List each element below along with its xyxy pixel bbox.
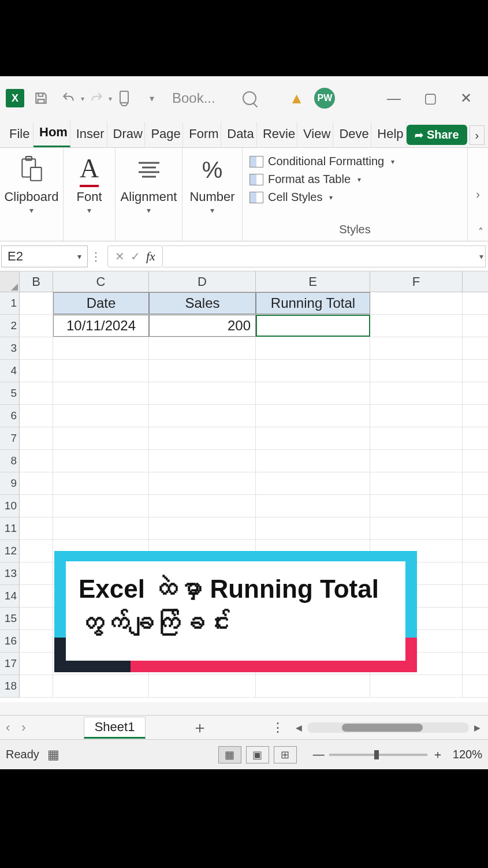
warning-icon[interactable]: ▲: [289, 90, 304, 107]
cell[interactable]: [20, 495, 53, 517]
row-header[interactable]: 4: [0, 360, 20, 382]
cell[interactable]: [53, 472, 149, 494]
enter-formula-icon[interactable]: ✓: [131, 249, 140, 263]
cell[interactable]: [149, 427, 256, 449]
cell-styles-button[interactable]: Cell Styles ▾: [249, 188, 460, 206]
row-header[interactable]: 13: [0, 562, 20, 585]
cell[interactable]: [53, 517, 149, 539]
tab-home[interactable]: Hom: [33, 120, 70, 147]
cell[interactable]: [256, 427, 370, 449]
cell[interactable]: [20, 315, 53, 337]
formula-input[interactable]: [163, 245, 486, 267]
cell[interactable]: [53, 337, 149, 359]
horizontal-scrollbar[interactable]: ◀ ▶: [307, 722, 469, 733]
row-header[interactable]: 16: [0, 630, 20, 653]
cell[interactable]: [370, 315, 463, 337]
tab-formulas[interactable]: Form: [183, 122, 221, 147]
cell[interactable]: [370, 427, 463, 449]
cell[interactable]: [256, 337, 370, 359]
cell[interactable]: [256, 675, 370, 697]
cell[interactable]: [256, 472, 370, 494]
table-header-running-total[interactable]: Running Total: [256, 292, 370, 314]
cell[interactable]: [149, 382, 256, 404]
cell[interactable]: [20, 382, 53, 404]
cell[interactable]: [20, 405, 53, 427]
view-normal-icon[interactable]: ▦: [218, 746, 241, 763]
cell[interactable]: [20, 608, 53, 629]
cell[interactable]: [256, 405, 370, 427]
collapse-ribbon-icon[interactable]: ˄: [478, 226, 483, 239]
zoom-percent[interactable]: 120%: [453, 748, 482, 761]
column-header-e[interactable]: E: [256, 271, 370, 292]
format-as-table-button[interactable]: Format as Table ▾: [249, 170, 460, 188]
row-header[interactable]: 17: [0, 653, 20, 675]
ribbon-overflow-icon[interactable]: ›: [467, 148, 488, 241]
select-all-button[interactable]: [0, 271, 20, 292]
tab-developer[interactable]: Deve: [333, 122, 371, 147]
zoom-out-icon[interactable]: —: [313, 748, 325, 761]
name-box-chevron-icon[interactable]: ▾: [77, 252, 81, 261]
cell[interactable]: [256, 517, 370, 539]
cell[interactable]: [370, 292, 463, 314]
cell[interactable]: [256, 382, 370, 404]
cell[interactable]: [370, 405, 463, 427]
group-clipboard[interactable]: Clipboard ▾: [0, 148, 64, 241]
user-avatar[interactable]: PW: [314, 88, 335, 109]
cell[interactable]: [256, 450, 370, 472]
cell[interactable]: [20, 360, 53, 382]
tab-help[interactable]: Help: [371, 122, 407, 147]
cell[interactable]: [53, 382, 149, 404]
tabs-overflow-icon[interactable]: ›: [470, 125, 485, 145]
undo-icon[interactable]: [58, 87, 80, 109]
row-header[interactable]: 12: [0, 540, 20, 562]
spreadsheet-grid[interactable]: 1 2 3 4 5 6 7 8 9 10 11 12 13 14 15 16 1…: [0, 292, 488, 702]
cell[interactable]: [20, 630, 53, 652]
cell[interactable]: [53, 450, 149, 472]
cell[interactable]: [149, 337, 256, 359]
tab-data[interactable]: Data: [221, 122, 257, 147]
maximize-icon[interactable]: ▢: [424, 90, 437, 106]
cell[interactable]: [20, 517, 53, 539]
table-header-date[interactable]: Date: [53, 292, 149, 314]
column-header-d[interactable]: D: [149, 271, 256, 292]
scrollbar-thumb[interactable]: [342, 724, 423, 732]
cell[interactable]: [370, 675, 463, 697]
cell[interactable]: [256, 360, 370, 382]
row-header[interactable]: 15: [0, 608, 20, 630]
table-header-sales[interactable]: Sales: [149, 292, 256, 314]
group-font[interactable]: A Font ▾: [64, 148, 116, 241]
cell[interactable]: [149, 405, 256, 427]
cell[interactable]: [53, 495, 149, 517]
cell[interactable]: [53, 427, 149, 449]
macro-record-icon[interactable]: ▦: [47, 747, 59, 762]
cell[interactable]: [149, 517, 256, 539]
group-alignment[interactable]: Alignment ▾: [116, 148, 182, 241]
cell[interactable]: [149, 360, 256, 382]
tab-draw[interactable]: Draw: [107, 122, 146, 147]
tab-page-layout[interactable]: Page: [145, 122, 183, 147]
cell[interactable]: [149, 472, 256, 494]
cell[interactable]: [20, 337, 53, 359]
search-icon[interactable]: [239, 87, 260, 109]
sheet-tab-sheet1[interactable]: Sheet1: [84, 717, 146, 739]
tab-insert[interactable]: Inser: [70, 122, 107, 147]
cell[interactable]: [20, 292, 53, 314]
cell[interactable]: [149, 675, 256, 697]
column-header-b[interactable]: B: [20, 271, 53, 292]
cell-sales[interactable]: 200: [149, 315, 256, 337]
tab-view[interactable]: View: [297, 122, 333, 147]
cell[interactable]: [20, 562, 53, 584]
name-box-options-icon[interactable]: ⋮: [90, 249, 102, 263]
cell[interactable]: [20, 653, 53, 675]
view-page-layout-icon[interactable]: ▣: [246, 746, 269, 763]
qat-more-icon[interactable]: ▾: [141, 87, 163, 109]
row-header[interactable]: 5: [0, 382, 20, 405]
cell[interactable]: [20, 540, 53, 562]
cell[interactable]: [53, 675, 149, 697]
row-header[interactable]: 6: [0, 405, 20, 427]
cell[interactable]: [20, 427, 53, 449]
touch-mode-icon[interactable]: [113, 87, 135, 109]
sheet-nav-prev-icon[interactable]: ‹: [6, 720, 10, 735]
zoom-slider[interactable]: [329, 754, 427, 756]
cell-running-total-active[interactable]: [256, 315, 370, 337]
